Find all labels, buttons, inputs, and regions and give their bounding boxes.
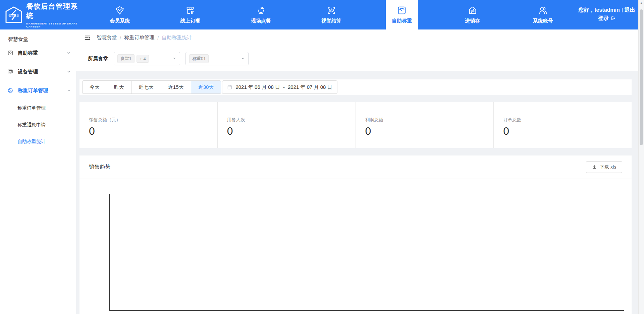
nav-item-system-account[interactable]: 系统账号 [508,0,578,29]
breadcrumb-separator: / [120,35,121,41]
filter-bar: 所属食堂: 食堂1 + 4 称重01 [76,46,644,71]
date-range-separator: - [283,84,285,90]
divider [622,8,623,12]
storefront-icon [185,5,195,15]
tab-today[interactable]: 今天 [82,80,107,94]
stat-label: 利润总额 [365,117,494,123]
page-scrollbar[interactable]: ▲ [638,0,644,314]
download-xls-button[interactable]: 下载 xls [586,161,622,173]
stat-label: 销售总额（元） [89,117,217,123]
sidebar-collapse-icon[interactable] [84,35,91,41]
date-range-picker[interactable]: 2021 年 06 月 08 日 - 2021 年 07 月 08 日 [222,80,337,94]
gem-icon [115,5,125,15]
date-range-band: 今天 昨天 近七天 近15天 近30天 2021 年 06 月 08 日 - 2… [79,79,632,95]
nav-item-vision-checkout[interactable]: 视觉结算 [296,0,367,29]
breadcrumb: 智慧食堂 / 称重订单管理 / 自助称重统计 [97,35,192,41]
nav-item-onsite-order[interactable]: 现场点餐 [226,0,296,29]
nav-item-self-weighing[interactable]: 自助称重 [367,0,437,29]
breadcrumb-separator: / [157,35,159,41]
brand-block: 智慧食堂 餐饮后台管理系统 MANAGEMENT SYSTEM OF SMART… [0,0,85,29]
stat-total-profit: 利润总额 0 [356,102,494,148]
tab-yesterday[interactable]: 昨天 [107,80,131,94]
breadcrumb-item-home[interactable]: 智慧食堂 [97,35,117,41]
stat-label: 订单总数 [503,117,632,123]
sidebar: 智慧食堂 自助称重 设备管理 称重订单管理 [0,29,76,314]
download-button-label: 下载 xls [600,164,616,170]
date-range-start: 2021 年 06 月 08 日 [235,84,280,90]
nav-item-label: 线上订餐 [180,18,200,24]
sales-trend-plot [79,179,632,314]
stat-diner-count: 用餐人次 0 [217,102,356,148]
tab-last-15-days[interactable]: 近15天 [161,80,191,94]
tab-last-7-days[interactable]: 近七天 [131,80,161,94]
top-nav: 智慧食堂 餐饮后台管理系统 MANAGEMENT SYSTEM OF SMART… [0,0,644,29]
sidebar-subitem-self-weighing-statistics[interactable]: 自助称重统计 [0,133,76,150]
stats-card: 销售总额（元） 0 用餐人次 0 利润总额 0 订单总数 0 [79,102,632,148]
canteen-tag-more: + 4 [137,55,149,63]
chevron-down-icon [67,69,71,75]
app-subtitle: MANAGEMENT SYSTEM OF SMART CANTEEN [26,22,85,28]
sidebar-item-label: 自助称重 [18,50,38,56]
download-icon [592,165,597,170]
chart-title: 销售趋势 [89,164,110,171]
user-greeting: 您好，testadmin [578,7,620,13]
nav-item-label: 自助称重 [392,18,412,24]
sidebar-subitem-weigh-order-management[interactable]: 称重订单管理 [0,100,76,117]
scale-icon [397,5,407,15]
scale-icon [7,50,13,56]
user-block: 您好，testadmin退出登录 [578,0,644,29]
chevron-down-icon [241,56,245,62]
device-select[interactable]: 称重01 [185,52,249,65]
sidebar-subitem-weigh-refund-request[interactable]: 称重退款申请 [0,117,76,133]
nav-item-member[interactable]: 会员系统 [85,0,155,29]
date-range-end: 2021 年 07 月 08 日 [288,84,332,90]
stat-value: 0 [503,125,632,137]
stat-value: 0 [227,125,356,137]
sales-trend-card: 销售趋势 下载 xls [79,155,632,314]
nav-item-label: 视觉结算 [321,18,341,24]
chevron-down-icon [172,56,176,62]
scrollbar-up-arrow[interactable]: ▲ [639,1,644,5]
sidebar-subitem-label: 称重订单管理 [17,105,46,111]
sidebar-header: 智慧食堂 [0,29,76,44]
stat-value: 0 [89,125,217,137]
nav-item-label: 进销存 [465,18,480,24]
canteen-filter-label: 所属食堂: [88,56,110,62]
app-logo-icon: 智慧食堂 [5,6,23,24]
nav-item-label: 会员系统 [110,18,130,24]
top-nav-items: 会员系统 线上订餐 现场点餐 [85,0,578,29]
chart-x-axis [109,310,624,311]
scrollbar-thumb[interactable] [640,9,643,145]
stat-total-sales: 销售总额（元） 0 [79,102,217,148]
nav-item-inventory[interactable]: 进销存 [437,0,507,29]
main-content: 智慧食堂 / 称重订单管理 / 自助称重统计 所属食堂: 食堂1 + 4 称重0… [76,29,644,314]
content-area: 今天 昨天 近七天 近15天 近30天 2021 年 06 月 08 日 - 2… [79,71,632,314]
device-icon [7,69,13,75]
breadcrumb-item-current: 自助称重统计 [162,35,192,41]
logout-icon[interactable] [610,15,615,21]
nav-item-online-order[interactable]: 线上订餐 [155,0,225,29]
chevron-down-icon [67,50,71,56]
sidebar-item-device-management[interactable]: 设备管理 [0,62,76,81]
dish-icon [256,5,266,15]
weigh-order-icon [7,87,13,93]
breadcrumb-item-weigh-order[interactable]: 称重订单管理 [124,35,154,41]
device-tag: 称重01 [189,54,209,63]
warehouse-arrows-icon [468,5,478,15]
logo-text: 智慧食堂 [8,14,19,17]
tab-last-30-days[interactable]: 近30天 [191,80,221,94]
sidebar-item-label: 称重订单管理 [18,87,48,94]
vision-scan-icon [326,5,336,15]
sales-trend-header: 销售趋势 下载 xls [79,155,632,179]
stat-total-orders: 订单总数 0 [493,102,632,148]
nav-item-label: 现场点餐 [251,18,271,24]
canteen-select[interactable]: 食堂1 + 4 [114,52,180,65]
chart-y-axis [109,194,110,311]
sidebar-subitem-label: 称重退款申请 [17,122,46,128]
sidebar-item-weigh-order-management[interactable]: 称重订单管理 [0,81,76,100]
users-icon [538,5,548,15]
sidebar-item-self-weighing[interactable]: 自助称重 [0,44,76,62]
canteen-tag: 食堂1 [117,54,135,63]
app-title: 餐饮后台管理系统 [26,2,85,20]
stat-value: 0 [365,125,494,137]
